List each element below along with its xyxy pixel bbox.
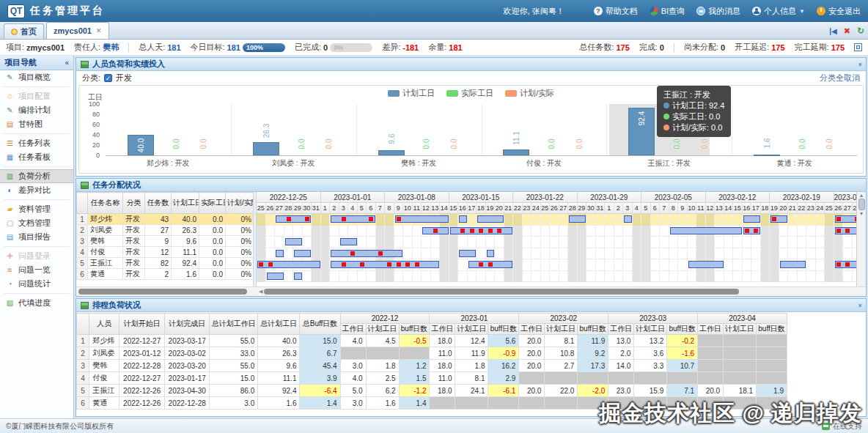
sidebar-item-甘特图[interactable]: ▤甘特图 <box>0 117 73 131</box>
gantt-bar[interactable] <box>624 215 632 223</box>
sub-column-header[interactable]: 工作日 <box>519 324 545 335</box>
column-header[interactable]: 计划完成日 <box>164 314 210 335</box>
sub-column-header[interactable]: 计划工日 <box>366 324 399 335</box>
table-row[interactable]: 2刘凤娄2023-01-122023-03-0233.026.36.711.01… <box>77 347 867 360</box>
month-header[interactable]: 2023-04 <box>698 314 787 324</box>
column-header[interactable]: 计划工日 <box>172 193 199 214</box>
sub-column-header[interactable]: buff日数 <box>399 324 430 335</box>
sidebar-item-任务看板[interactable]: ▦任务看板 <box>0 150 73 164</box>
table-row[interactable]: 2刘凤娄开发2726.30.00% <box>77 225 254 236</box>
logout-button[interactable]: 安全退出 <box>817 6 861 17</box>
sidebar-item-资料管理[interactable]: ▰资料管理 <box>0 202 73 216</box>
gantt-row[interactable] <box>257 259 856 271</box>
table-row[interactable]: 4付俊2022-12-272023-01-1715.011.13.94.02.5… <box>77 372 867 385</box>
gantt-bar[interactable] <box>267 273 284 280</box>
bi-query-button[interactable]: BI查询 <box>650 6 685 17</box>
column-header[interactable]: 实际工日 <box>199 193 226 214</box>
legend-item-实际工日[interactable]: 实际工日 <box>446 88 493 99</box>
gantt-row[interactable] <box>257 237 856 248</box>
gantt-bar[interactable] <box>276 250 284 257</box>
gantt-bar[interactable] <box>569 215 586 223</box>
sub-column-header[interactable]: buff日数 <box>757 324 787 335</box>
month-header[interactable]: 2023-01 <box>430 314 519 324</box>
panel-collapse-icon[interactable]: « <box>856 303 863 307</box>
gantt-vertical-scrollbar[interactable]: ▲ ▼ <box>856 192 866 286</box>
close-all-icon[interactable]: ✖ <box>844 26 850 36</box>
sidebar-item-任务列表[interactable]: ☰任务列表 <box>0 136 73 150</box>
sidebar-item-文档管理[interactable]: ▢文档管理 <box>0 216 73 230</box>
column-header[interactable]: 总计划工日 <box>258 314 300 335</box>
my-messages-button[interactable]: 我的消息 <box>696 6 740 17</box>
gantt-bar[interactable] <box>340 238 357 245</box>
table-row[interactable]: 5王振江2022-12-262023-04-3086.092.4-6.45.06… <box>77 385 867 397</box>
table-horizontal-scrollbar[interactable] <box>76 287 254 296</box>
column-header[interactable]: 计划/实际 <box>226 193 254 214</box>
gantt-bar[interactable] <box>331 250 402 257</box>
gantt-bar[interactable] <box>688 261 724 268</box>
sub-column-header[interactable]: buff日数 <box>488 324 519 335</box>
column-header[interactable] <box>77 193 88 214</box>
gantt-row[interactable] <box>257 214 856 226</box>
table-row[interactable]: 3樊韩2022-12-282023-03-2055.09.645.43.01.8… <box>77 360 867 372</box>
sidebar-item-代填进度[interactable]: ▧代填进度 <box>0 296 73 310</box>
table-row[interactable]: 4付俊开发1211.10.00% <box>77 247 254 258</box>
column-header[interactable]: 分类 <box>123 193 145 214</box>
sidebar-collapse-icon[interactable]: « <box>65 59 69 67</box>
gantt-bar[interactable] <box>459 215 467 223</box>
column-header[interactable]: 计划开始日 <box>119 314 165 335</box>
month-header[interactable]: 2023-03 <box>608 314 698 324</box>
sub-column-header[interactable]: 工作日 <box>340 324 366 335</box>
column-header[interactable]: 人员 <box>89 314 119 335</box>
profile-menu[interactable]: 个人信息▼ <box>752 6 805 17</box>
category-dev-checkbox[interactable]: ✓ <box>104 74 112 82</box>
scroll-up-icon[interactable]: ▲ <box>859 193 864 198</box>
table-row[interactable]: 3樊韩开发99.60.00% <box>77 236 254 247</box>
sub-column-header[interactable]: 工作日 <box>608 324 634 335</box>
scroll-thumb[interactable] <box>858 199 865 210</box>
gantt-row[interactable] <box>257 271 856 283</box>
sub-column-header[interactable]: 工作日 <box>430 324 455 335</box>
month-header[interactable]: 2023-02 <box>519 314 608 324</box>
help-docs-button[interactable]: ?帮助文档 <box>594 6 638 17</box>
refresh-icon[interactable]: ↻ <box>857 26 864 36</box>
panel-collapse-icon[interactable]: « <box>856 62 863 66</box>
sidebar-item-项目报告[interactable]: ▤项目报告 <box>0 230 73 244</box>
table-row[interactable]: 1郑少炜开发4340.00.00% <box>77 214 254 225</box>
sidebar-item-负荷分析[interactable]: ▥负荷分析 <box>0 169 73 183</box>
sub-column-header[interactable]: buff日数 <box>578 324 608 335</box>
gantt-bar[interactable] <box>743 215 760 223</box>
table-row[interactable]: 6黄通开发21.60.00% <box>77 269 254 280</box>
gantt-bar[interactable] <box>487 250 495 257</box>
column-header[interactable]: 任务名称 <box>88 193 123 214</box>
fullscreen-icon[interactable] <box>854 43 862 51</box>
gantt-chart[interactable]: 2022-12-252023-01-012023-01-082023-01-15… <box>257 192 856 286</box>
table-row[interactable]: 1郑少炜2022-12-272023-03-1755.040.015.04.04… <box>77 335 867 347</box>
gantt-bar[interactable] <box>670 227 742 234</box>
sub-column-header[interactable]: 计划工日 <box>724 324 757 335</box>
sidebar-item-问题统计[interactable]: ◔问题统计 <box>0 277 73 291</box>
column-header[interactable] <box>77 314 89 335</box>
category-clear-link[interactable]: 分类全取消 <box>820 73 860 84</box>
tab-home[interactable]: 首页 <box>4 23 44 39</box>
sidebar-item-编排计划[interactable]: ✎编排计划 <box>0 103 73 117</box>
load-bar-chart[interactable]: 计划工日实际工日计划/实际工日02040608010040.00.00.0郑少炜… <box>78 85 864 174</box>
legend-item-计划/实际[interactable]: 计划/实际 <box>505 88 554 99</box>
column-header[interactable]: 任务数 <box>145 193 172 214</box>
tab-project[interactable]: zmycs001✕ <box>46 22 109 39</box>
table-row[interactable]: 5王振江开发8292.40.00% <box>77 258 254 269</box>
table-row[interactable]: 6黄通2022-12-262022-12-283.01.61.43.01.61.… <box>77 397 867 410</box>
column-header[interactable]: 总计划工作日 <box>210 314 258 335</box>
gantt-bar[interactable] <box>477 215 504 223</box>
gantt-row[interactable] <box>257 248 856 260</box>
gantt-bar[interactable] <box>395 215 449 223</box>
gantt-bar[interactable] <box>294 273 302 280</box>
scroll-down-icon[interactable]: ▼ <box>859 211 864 216</box>
gantt-bar[interactable] <box>257 261 320 268</box>
gantt-bar[interactable] <box>780 261 806 268</box>
gantt-row[interactable] <box>257 226 856 237</box>
sidebar-item-差异对比[interactable]: ◐差异对比 <box>0 183 73 197</box>
scroll-left-icon[interactable]: ◀ <box>257 289 264 295</box>
online-support-button[interactable]: 在线支持 <box>822 421 862 432</box>
first-tab-icon[interactable]: |◀ <box>829 27 837 35</box>
sub-column-header[interactable]: 计划工日 <box>455 324 488 335</box>
